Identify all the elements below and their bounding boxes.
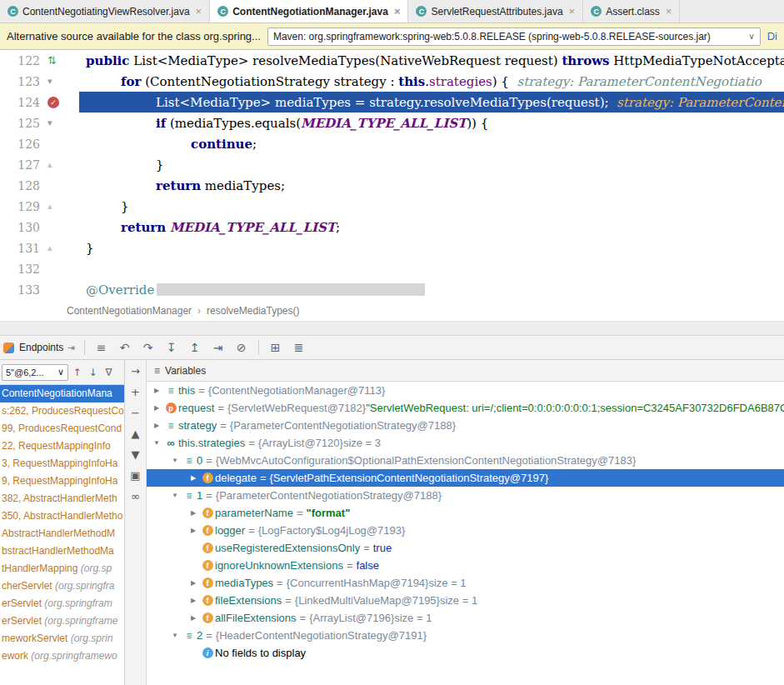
stack-frame-item[interactable]: 99, ProducesRequestCond [0,420,124,438]
breadcrumb-method[interactable]: resolveMediaTypes() [207,305,299,317]
variable-row[interactable]: ▶flogger={LogFactory$Log4jLog@7193} [147,522,784,539]
editor-tab[interactable]: CAssert.class× [583,0,680,22]
add-watch-icon[interactable]: + [128,384,143,399]
override-marker-icon[interactable]: ⇅ [47,54,57,67]
remove-watch-icon[interactable]: − [128,405,143,420]
variable-row[interactable]: ▼≡2={HeaderContentNegotiationStrategy@71… [147,627,784,644]
code-text: for (ContentNegotiationStrategy strategy… [79,71,784,92]
variable-row[interactable]: ▶≡this={ContentNegotiationManager@7113} [147,382,784,399]
fold-down-icon[interactable]: ▾ [47,76,52,87]
stack-frame-item[interactable]: erServlet (org.springframe [0,612,124,630]
variable-icon: ≡ [186,455,192,467]
variable-row[interactable]: ▶≡strategy={ParameterContentNegotiationS… [147,417,784,434]
stack-frame-item[interactable]: 382, AbstractHandlerMeth [0,490,124,508]
collapse-arrow-icon[interactable]: ▶ [187,509,200,517]
layout-icon[interactable]: ≣ [288,338,310,357]
variable-row[interactable]: ▶fdelegate={ServletPathExtensionContentN… [147,469,784,487]
variables-header: ≡ Variables [147,360,784,382]
notification-bar: Alternative source available for the cla… [0,23,784,50]
stack-frame-item[interactable]: 3, RequestMappingInfoHa [0,455,124,472]
mute-breakpoints-icon[interactable]: ⊘ [231,338,252,357]
stack-frame-item[interactable]: 9, RequestMappingInfoHa [0,472,124,490]
stack-frame-item[interactable]: bstractHandlerMethodMa [0,542,124,560]
variable-name: this.strategies [178,437,245,449]
code-line: 128return mediaTypes; [0,175,784,196]
fold-up-icon[interactable]: ▴ [47,201,52,212]
collapse-arrow-icon[interactable]: ▶ [187,614,200,622]
scroll-up-icon[interactable]: ▲ [128,426,143,441]
debug-bottom-area: 5"@6,2... ∨ ↑ ↓ ∇ ContentNegotiationMana… [0,360,784,685]
variable-name: delegate [215,472,257,484]
pin-icon[interactable]: → [128,363,143,378]
disable-link[interactable]: Di [767,30,777,42]
stack-frame-item[interactable]: meworkServlet (org.sprin [0,630,124,648]
stack-frame-item[interactable]: ContentNegotiationMana [0,385,124,402]
stack-frame-item[interactable]: 22, RequestMappingInfo [0,438,124,455]
tab-close-icon[interactable]: × [666,5,672,18]
editor-tab[interactable]: CContentNegotiatingViewResolver.java× [0,0,210,22]
expand-arrow-icon[interactable]: ▼ [168,457,182,464]
variable-row[interactable]: ▼≡0={WebMvcAutoConfiguration$OptionalPat… [147,452,784,469]
tab-close-icon[interactable]: × [394,5,401,18]
variable-row[interactable]: iNo fields to display [147,644,784,662]
variable-row[interactable]: fuseRegisteredExtensionsOnly=true [147,539,784,557]
collapse-arrow-icon[interactable]: ▶ [150,422,163,429]
frame-down-icon[interactable]: ↓ [86,364,100,381]
run-to-cursor-icon[interactable]: ⇥ [207,338,229,357]
collapse-arrow-icon[interactable]: ▶ [150,387,163,394]
variable-row[interactable]: ▶fallFileExtensions={ArrayList@7196} siz… [147,609,784,627]
frames-list: ContentNegotiationManas:262, ProducesReq… [0,385,124,685]
source-jar-dropdown[interactable]: Maven: org.springframework:spring-web:5.… [267,28,761,46]
expand-arrow-icon[interactable]: ▼ [168,632,182,639]
stack-frame-item[interactable]: erServlet (org.springfram [0,595,124,612]
fold-down-icon[interactable]: ▾ [47,118,52,128]
step-over-icon[interactable]: ↷ [137,338,159,357]
variable-row[interactable]: fignoreUnknownExtensions=false [147,557,784,574]
code-editor[interactable]: 122⇅public List<MediaType> resolveMediaT… [0,50,784,300]
code-segment: ; [336,220,340,235]
stack-frame-item[interactable]: cherServlet (org.springfra [0,578,124,595]
collapse-arrow-icon[interactable]: ▶ [187,527,200,534]
editor-gutter: 128 [0,175,79,196]
editor-tab[interactable]: CContentNegotiationManager.java× [210,0,408,22]
stack-frame-item[interactable]: AbstractHandlerMethodM [0,525,124,542]
variable-row[interactable]: ▶ffileExtensions={LinkedMultiValueMap@71… [147,592,784,609]
step-into-icon[interactable]: ↧ [161,338,182,357]
breadcrumb-class[interactable]: ContentNegotiationManager [67,305,192,317]
collapse-arrow-icon[interactable]: ▶ [187,579,200,587]
view-as-table-icon[interactable]: ⊞ [265,338,287,357]
stack-frame-item[interactable]: s:262, ProducesRequestCo [0,402,124,420]
expand-arrow-icon[interactable]: ▼ [150,439,163,447]
frame-up-icon[interactable]: ↑ [70,364,84,381]
fold-up-icon[interactable]: ▴ [47,242,52,253]
variable-row[interactable]: ▶prequest={ServletWebRequest@7182} "Serv… [147,399,784,417]
stack-frame-item[interactable]: 350, AbstractHandlerMetho [0,508,124,525]
fold-up-icon[interactable]: ▴ [47,159,52,170]
equals-sign: = [277,577,283,589]
step-out-icon[interactable]: ↥ [184,338,206,357]
editor-tab-bar: CContentNegotiatingViewResolver.java×CCo… [0,0,784,23]
collapse-arrow-icon[interactable]: ▶ [187,597,200,604]
thread-selector-dropdown[interactable]: 5"@6,2... ∨ [2,364,68,381]
expand-arrow-icon[interactable]: ▼ [168,492,182,499]
copy-icon[interactable]: ▣ [128,468,143,482]
variable-row[interactable]: ▼∞this.strategies={ArrayList@7120} size … [147,434,784,452]
variables-menu-icon[interactable]: ≡ [154,365,160,377]
variable-row[interactable]: ▶fparameterName="format" [147,504,784,522]
view-options-icon[interactable]: ≡ [91,338,112,357]
collapse-arrow-icon[interactable]: ▶ [187,474,200,482]
variable-row[interactable]: ▶fmediaTypes={ConcurrentHashMap@7194} si… [147,574,784,592]
watches-icon[interactable]: ∞ [128,488,143,503]
stack-frame-item[interactable]: ework (org.springframewo [0,648,124,665]
stack-frame-item[interactable]: tHandlerMapping (org.sp [0,560,124,578]
filter-icon[interactable]: ∇ [102,364,116,381]
variable-row[interactable]: ▼≡1={ParameterContentNegotiationStrategy… [147,487,784,504]
collapse-arrow-icon[interactable]: ▶ [150,404,163,412]
tab-close-icon[interactable]: × [569,5,576,18]
tab-close-icon[interactable]: × [196,5,202,18]
scroll-down-icon[interactable]: ▼ [128,447,143,462]
editor-tab[interactable]: CServletRequestAttributes.java× [408,0,583,22]
rerun-icon[interactable]: ↶ [114,338,136,357]
endpoints-tab[interactable]: Endpoints [19,342,63,353]
breakpoint-icon[interactable]: ✓ [47,97,59,108]
